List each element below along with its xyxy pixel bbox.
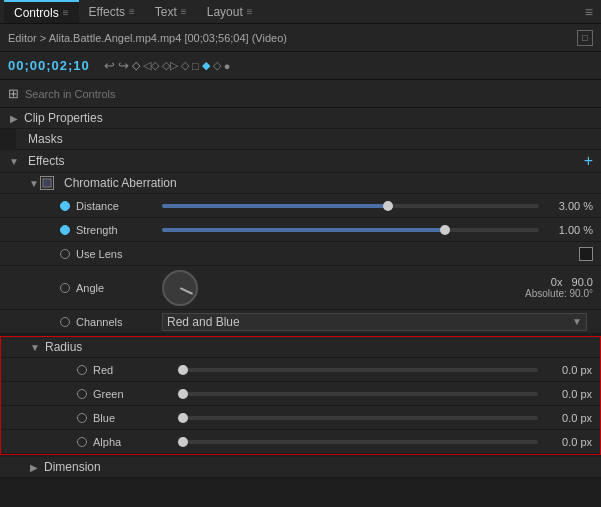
chromatic-aberration-header[interactable]: ▼ Chromatic Aberration xyxy=(0,173,601,194)
alpha-slider[interactable] xyxy=(179,435,538,449)
strength-keyframe[interactable] xyxy=(60,225,70,235)
red-keyframe[interactable] xyxy=(77,365,87,375)
channels-dropdown-arrow: ▼ xyxy=(572,316,582,327)
green-value[interactable]: 0.0 px xyxy=(544,388,592,400)
timecode-row: 00;00;02;10 ↩ ↪ ◇ ◁◇ ◇▷ ◇ □ ◆ ◇ ● xyxy=(0,52,601,80)
tab-layout-menu[interactable]: ≡ xyxy=(247,6,253,17)
angle-row: Angle 0x 90.0 Absolute: 90.0° xyxy=(0,266,601,310)
tab-effects-menu[interactable]: ≡ xyxy=(129,6,135,17)
clip-properties-header[interactable]: ▶ Clip Properties xyxy=(0,108,601,129)
keyframe-right-icon[interactable]: ◇▷ xyxy=(162,59,178,72)
channels-row: Channels Red and Blue ▼ xyxy=(0,310,601,334)
masks-header[interactable]: Masks xyxy=(16,129,601,150)
radius-label: Radius xyxy=(45,340,82,354)
blue-label: Blue xyxy=(93,412,173,424)
effects-left: ▼ Effects xyxy=(8,154,64,168)
inspector-icon[interactable]: □ xyxy=(577,30,593,46)
tab-controls[interactable]: Controls ≡ xyxy=(4,0,79,23)
effects-section-header: ▼ Effects + xyxy=(0,150,601,173)
distance-keyframe[interactable] xyxy=(60,201,70,211)
channels-keyframe[interactable] xyxy=(60,317,70,327)
timecode-controls: ↩ ↪ ◇ ◁◇ ◇▷ ◇ □ ◆ ◇ ● xyxy=(104,58,230,73)
use-lens-label: Use Lens xyxy=(76,248,156,260)
file-path: Editor > Alita.Battle.Angel.mp4.mp4 [00;… xyxy=(8,32,287,44)
search-row: ⊞ xyxy=(0,80,601,108)
dimension-arrow: ▶ xyxy=(28,462,40,473)
clip-properties-arrow: ▶ xyxy=(8,113,20,124)
channels-dropdown[interactable]: Red and Blue ▼ xyxy=(162,313,587,331)
angle-revolutions[interactable]: 0x 90.0 xyxy=(551,276,593,288)
use-lens-checkbox[interactable] xyxy=(579,247,593,261)
ca-icon xyxy=(40,176,54,190)
tab-controls-menu[interactable]: ≡ xyxy=(63,7,69,18)
alpha-label: Alpha xyxy=(93,436,173,448)
red-slider[interactable] xyxy=(179,363,538,377)
red-value[interactable]: 0.0 px xyxy=(544,364,592,376)
green-slider[interactable] xyxy=(179,387,538,401)
angle-dial[interactable] xyxy=(162,270,198,306)
radius-blue-row: Blue 0.0 px xyxy=(1,406,600,430)
controls-panel: ▶ Clip Properties Masks ▼ Effects + ▼ Ch… xyxy=(0,108,601,507)
dimension-header[interactable]: ▶ Dimension xyxy=(0,457,601,478)
search-input[interactable] xyxy=(25,88,593,100)
redo-icon[interactable]: ↪ xyxy=(118,58,129,73)
tab-layout[interactable]: Layout ≡ xyxy=(197,0,263,23)
alpha-keyframe[interactable] xyxy=(77,437,87,447)
undo-icon[interactable]: ↩ xyxy=(104,58,115,73)
keyframe-fill-icon[interactable]: ◇ xyxy=(181,59,189,72)
channels-label: Channels xyxy=(76,316,156,328)
timecode-display: 00;00;02;10 xyxy=(8,58,98,73)
blue-keyframe[interactable] xyxy=(77,413,87,423)
effects-label: Effects xyxy=(28,154,64,168)
panel-menu-icon[interactable]: ≡ xyxy=(581,4,597,20)
blue-slider[interactable] xyxy=(179,411,538,425)
radius-red-row: Red 0.0 px xyxy=(1,358,600,382)
radius-section: ▼ Radius Red 0.0 px Green xyxy=(0,336,601,455)
tab-text[interactable]: Text ≡ xyxy=(145,0,197,23)
keyframe-outline-icon[interactable]: ◇ xyxy=(213,59,221,72)
alpha-value[interactable]: 0.0 px xyxy=(544,436,592,448)
angle-keyframe[interactable] xyxy=(60,283,70,293)
svg-rect-1 xyxy=(44,180,50,186)
red-label: Red xyxy=(93,364,173,376)
strength-label: Strength xyxy=(76,224,156,236)
keyframe-solid-icon[interactable]: ◆ xyxy=(202,59,210,72)
angle-values: 0x 90.0 Absolute: 90.0° xyxy=(513,276,593,299)
masks-label: Masks xyxy=(28,132,63,146)
strength-slider[interactable] xyxy=(162,223,539,237)
keyframe-circle-icon[interactable]: ● xyxy=(224,60,231,72)
channels-value: Red and Blue xyxy=(167,315,240,329)
keyframe-left-icon[interactable]: ◁◇ xyxy=(143,59,159,72)
tab-text-menu[interactable]: ≡ xyxy=(181,6,187,17)
distance-slider[interactable] xyxy=(162,199,539,213)
radius-green-row: Green 0.0 px xyxy=(1,382,600,406)
blue-value[interactable]: 0.0 px xyxy=(544,412,592,424)
use-lens-row: Use Lens xyxy=(0,242,601,266)
strength-value[interactable]: 1.00 % xyxy=(545,224,593,236)
strength-row: Strength 1.00 % xyxy=(0,218,601,242)
tab-bar: Controls ≡ Effects ≡ Text ≡ Layout ≡ ≡ xyxy=(0,0,601,24)
angle-indicator xyxy=(180,287,194,295)
add-effect-button[interactable]: + xyxy=(584,153,593,169)
use-lens-slider xyxy=(162,247,573,261)
keyframe-diamond-icon[interactable]: ◇ xyxy=(132,59,140,72)
green-label: Green xyxy=(93,388,173,400)
angle-label: Angle xyxy=(76,282,156,294)
file-row: Editor > Alita.Battle.Angel.mp4.mp4 [00;… xyxy=(0,24,601,52)
effects-arrow[interactable]: ▼ xyxy=(8,156,20,167)
radius-header[interactable]: ▼ Radius xyxy=(1,337,600,358)
use-lens-keyframe[interactable] xyxy=(60,249,70,259)
distance-label: Distance xyxy=(76,200,156,212)
green-keyframe[interactable] xyxy=(77,389,87,399)
ca-arrow: ▼ xyxy=(28,178,40,189)
radius-arrow: ▼ xyxy=(29,342,41,353)
distance-value[interactable]: 3.00 % xyxy=(545,200,593,212)
angle-absolute: Absolute: 90.0° xyxy=(525,288,593,299)
keyframe-square-icon[interactable]: □ xyxy=(192,60,199,72)
dimension-label: Dimension xyxy=(44,460,101,474)
filter-icon[interactable]: ⊞ xyxy=(8,86,19,101)
angle-dial-wrap xyxy=(162,270,507,306)
distance-row: Distance 3.00 % xyxy=(0,194,601,218)
tab-effects[interactable]: Effects ≡ xyxy=(79,0,145,23)
ca-label: Chromatic Aberration xyxy=(64,176,177,190)
